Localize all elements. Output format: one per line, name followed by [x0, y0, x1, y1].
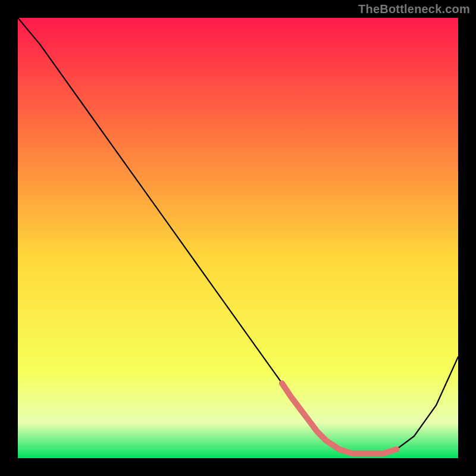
plot-area — [18, 18, 458, 458]
chart-frame: TheBottleneck.com — [0, 0, 476, 476]
gradient-background — [18, 18, 458, 458]
watermark-text: TheBottleneck.com — [358, 2, 470, 16]
chart-svg — [18, 18, 458, 458]
